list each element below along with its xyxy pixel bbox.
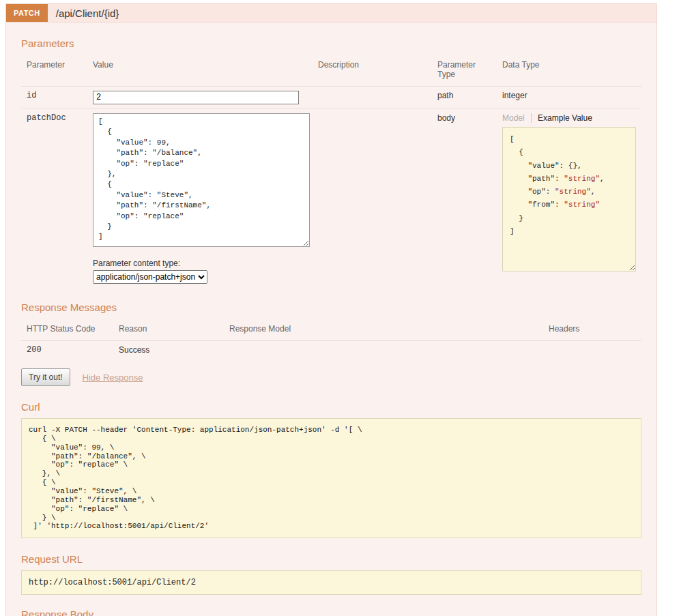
col-reason: Reason — [113, 319, 224, 341]
request-url-value: http://localhost:5001/api/Client/2 — [21, 570, 641, 595]
response-body-heading: Response Body — [21, 608, 641, 616]
parameters-table: Parameter Value Description Parameter Ty… — [21, 55, 641, 288]
operation-panel: PATCH /api/Client/{id} Parameters Parame… — [5, 3, 657, 616]
param-data-type-id: integer — [497, 87, 641, 109]
response-message-row: 200 Success — [21, 341, 641, 360]
method-badge[interactable]: PATCH — [6, 4, 48, 22]
hide-response-link[interactable]: Hide Response — [83, 372, 143, 383]
param-description-id — [313, 87, 432, 109]
status-reason: Success — [113, 341, 224, 360]
param-row-patchdoc: patchDoc [ { "value": 99, "path": "/bala… — [21, 109, 641, 289]
operation-content: Parameters Parameter Value Description P… — [5, 23, 657, 616]
status-response-model — [224, 341, 543, 360]
data-type-cell: Model Example Value [ { "value": {}, "pa… — [497, 109, 641, 289]
param-type-id: path — [432, 87, 497, 109]
col-description: Description — [313, 55, 432, 87]
patchdoc-value-textarea[interactable]: [ { "value": 99, "path": "/balance", "op… — [93, 113, 310, 247]
param-row-id: id path integer — [21, 87, 641, 109]
request-url-heading: Request URL — [21, 553, 641, 565]
response-messages-heading: Response Messages — [21, 302, 641, 313]
param-value-cell: [ { "value": 99, "path": "/balance", "op… — [87, 109, 313, 289]
param-name-id: id — [21, 87, 87, 109]
curl-heading: Curl — [21, 401, 641, 413]
response-messages-table: HTTP Status Code Reason Response Model H… — [21, 319, 641, 359]
col-parameter-type: Parameter Type — [432, 55, 497, 87]
col-data-type: Data Type — [497, 55, 641, 87]
col-value: Value — [87, 55, 313, 87]
model-tabs: Model Example Value — [502, 113, 636, 123]
parameters-heading: Parameters — [21, 38, 641, 49]
col-headers: Headers — [543, 319, 641, 341]
status-headers — [543, 341, 641, 360]
col-parameter: Parameter — [21, 55, 87, 87]
curl-command: curl -X PATCH --header 'Content-Type: ap… — [21, 418, 641, 538]
col-http-status-code: HTTP Status Code — [21, 319, 113, 341]
response-messages-header: HTTP Status Code Reason Response Model H… — [21, 319, 641, 341]
content-type-label: Parameter content type: — [93, 259, 307, 268]
actions-row: Try it out! Hide Response — [21, 368, 641, 386]
tab-example-value[interactable]: Example Value — [538, 113, 592, 123]
id-value-input[interactable] — [93, 91, 299, 104]
param-name-patchdoc: patchDoc — [21, 109, 87, 289]
param-value-cell — [87, 87, 313, 109]
operation-path[interactable]: /api/Client/{id} — [56, 8, 119, 19]
try-it-out-button[interactable]: Try it out! — [21, 368, 70, 386]
param-type-patchdoc: body — [432, 109, 497, 289]
param-description-patchdoc — [313, 109, 432, 289]
tab-model[interactable]: Model — [502, 113, 532, 123]
status-code: 200 — [21, 341, 113, 360]
operation-heading[interactable]: PATCH /api/Client/{id} — [5, 3, 657, 23]
parameters-table-header: Parameter Value Description Parameter Ty… — [21, 55, 641, 87]
content-type-select[interactable]: application/json-patch+json — [93, 270, 207, 284]
col-response-model: Response Model — [224, 319, 543, 341]
example-value-code[interactable]: [ { "value": {}, "path": "string", "op":… — [502, 127, 636, 272]
